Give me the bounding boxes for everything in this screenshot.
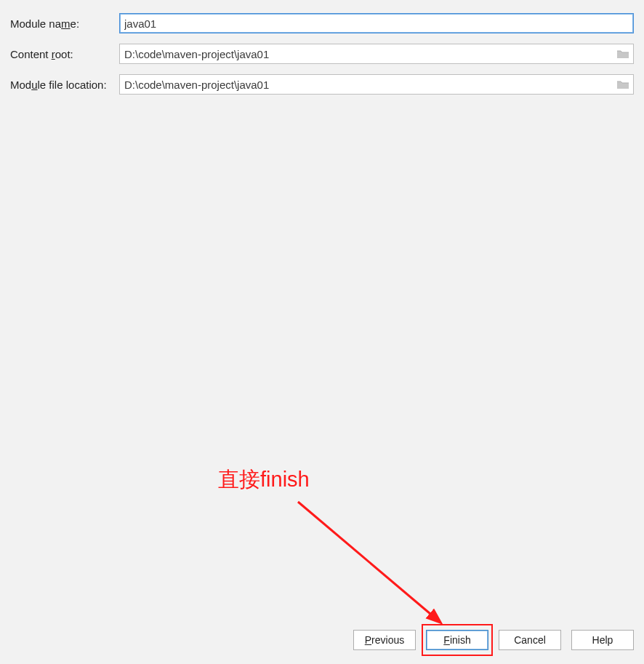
wizard-button-bar: Previous Finish Cancel Help [0,626,644,664]
module-file-location-input[interactable] [119,74,634,95]
input-wrap-module-name [119,13,634,33]
help-button[interactable]: Help [571,630,634,650]
previous-button[interactable]: Previous [353,630,416,650]
label-content-root: Content root: [10,48,119,60]
input-wrap-module-file-location [119,74,634,95]
row-module-file-location: Module file location: [10,74,634,95]
row-content-root: Content root: [10,44,634,64]
row-module-name: Module name: [10,13,634,33]
annotation-arrow [291,495,480,640]
cancel-button[interactable]: Cancel [499,630,561,650]
module-name-input[interactable] [119,13,634,33]
annotation-text: 直接finish [218,465,310,495]
finish-button[interactable]: Finish [426,630,488,650]
module-settings-form: Module name: Content root: Module file l… [0,0,644,95]
label-module-file-location: Module file location: [10,79,119,91]
input-wrap-content-root [119,44,634,64]
label-module-name: Module name: [10,17,119,30]
svg-line-1 [298,502,440,622]
content-root-input[interactable] [119,44,634,64]
